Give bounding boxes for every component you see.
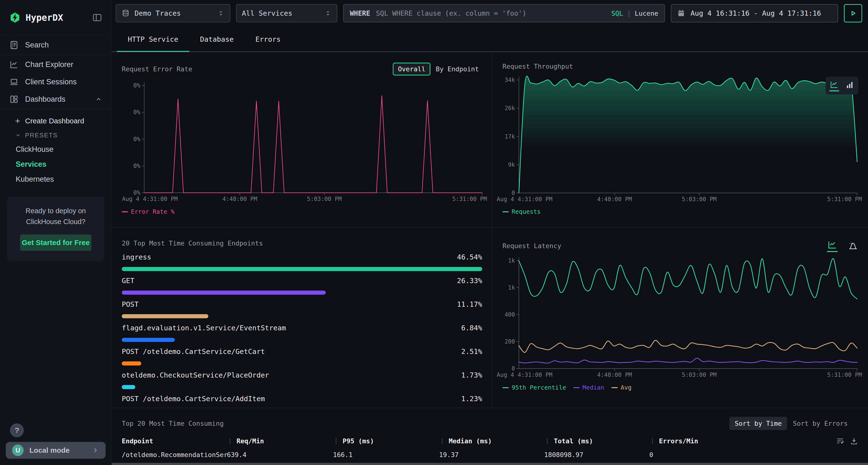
create-dashboard-button[interactable]: Create Dashboard [0, 113, 112, 128]
legend-label: Error Rate % [131, 208, 175, 215]
sidebar-item-label: Search [25, 41, 49, 49]
column-header-label: P95 (ms) [343, 437, 374, 445]
horizontal-scrollbar[interactable] [112, 463, 868, 465]
sort-by-errors-button[interactable]: Sort by Errors [788, 417, 852, 430]
wrap-lines-icon[interactable] [836, 437, 844, 445]
table-header-icons [836, 437, 858, 445]
by-endpoint-button[interactable]: By Endpoint [432, 63, 482, 75]
sidebar-item-label: Client Sessions [25, 77, 77, 86]
time-range-text: Aug 4 16:31:16 - Aug 4 17:31:16 [690, 9, 821, 18]
source-select[interactable]: Demo Traces [116, 4, 230, 23]
panel-title: Request Throughput [502, 63, 573, 70]
download-icon[interactable] [850, 437, 858, 445]
hyperdx-logo-icon [9, 12, 21, 23]
topbar: Demo Traces All Services WHERE SQL | Luc… [112, 0, 868, 27]
sidebar-item-client-sessions[interactable]: Client Sessions [0, 73, 112, 91]
sidebar-item-chart-explorer[interactable]: Chart Explorer [0, 56, 112, 73]
sidebar-item-clickhouse[interactable]: ClickHouse [0, 142, 112, 157]
y-tick-label: 1k [508, 284, 515, 291]
tab-database[interactable]: Database [189, 27, 245, 52]
y-tick-label: 0% [133, 136, 140, 143]
table-cell-value: 639.4 [227, 451, 246, 459]
endpoint-bar [122, 361, 141, 365]
column-header[interactable]: ⋮Total (ms) [544, 437, 649, 445]
legend-item[interactable]: 95th Percentile [502, 384, 566, 391]
column-header[interactable]: ⋮P95 (ms) [333, 437, 439, 445]
x-tick-label: 5:03:00 PM [682, 196, 717, 203]
bar-chart-icon[interactable] [845, 80, 855, 91]
presets-toggle[interactable]: PRESETS [0, 128, 112, 142]
legend-item[interactable]: Avg [612, 384, 631, 391]
sidebar-item-label: Dashboards [25, 95, 65, 104]
histogram-icon[interactable] [848, 240, 858, 252]
endpoint-row[interactable]: POST /oteldemo.CartService/GetCart2.51% [122, 345, 482, 369]
run-query-button[interactable] [844, 4, 862, 23]
sql-mode-button[interactable]: SQL [611, 10, 623, 17]
get-started-button[interactable]: Get Started for Free [20, 234, 91, 251]
table-cell-value: 0 [649, 451, 653, 459]
legend-item[interactable]: Error Rate % [122, 208, 175, 215]
endpoint-row[interactable]: GET26.33% [122, 275, 482, 298]
table-cell: /oteldemo.RecommendationServ [122, 451, 227, 459]
panel-top-endpoints: 20 Top Most Time Consuming Endpoints ing… [112, 228, 492, 408]
where-input[interactable] [375, 9, 606, 18]
sidebar-item-services[interactable]: Services [0, 157, 112, 172]
plus-icon [14, 117, 21, 125]
endpoint-row[interactable]: oteldemo.CheckoutService/PlaceOrder1.73% [122, 369, 482, 393]
endpoint-percent: 1.73% [461, 371, 482, 379]
brand-title: HyperDX [26, 12, 63, 23]
endpoint-bar [122, 338, 175, 342]
endpoint-row[interactable]: POST11.17% [122, 298, 482, 322]
chart-type-toggle [826, 77, 858, 94]
y-tick-label: 0% [133, 189, 140, 196]
column-drag-handle-icon[interactable]: ⋮ [227, 437, 233, 444]
endpoint-label: POST /oteldemo.CartService/AddItem [122, 395, 265, 403]
table-cell: 639.4 [227, 451, 333, 459]
endpoint-bar [122, 314, 208, 318]
chevron-up-icon[interactable] [95, 96, 102, 103]
legend-item[interactable]: Median [574, 384, 604, 391]
column-drag-handle-icon[interactable]: ⋮ [649, 437, 656, 444]
legend-label: Avg [621, 384, 631, 391]
overall-button[interactable]: Overall [393, 63, 430, 75]
help-button[interactable]: ? [10, 424, 24, 437]
table-row[interactable]: /oteldemo.RecommendationServ639.4166.119… [122, 451, 858, 459]
column-drag-handle-icon[interactable]: ⋮ [544, 437, 551, 444]
column-drag-handle-icon[interactable]: ⋮ [439, 437, 445, 444]
time-range-picker[interactable]: Aug 4 16:31:16 - Aug 4 17:31:16 [671, 4, 838, 23]
where-label: WHERE [350, 9, 370, 18]
endpoint-bar [122, 291, 326, 295]
line-chart-icon[interactable] [830, 80, 839, 91]
sidebar-item-kubernetes[interactable]: Kubernetes [0, 172, 112, 187]
column-header[interactable]: ⋮Errors/Min [649, 437, 836, 445]
line-chart-icon[interactable] [827, 239, 838, 252]
endpoint-row[interactable]: ingress46.54% [122, 251, 482, 275]
y-tick-label: 0 [512, 190, 515, 196]
column-header[interactable]: Endpoint [122, 437, 227, 445]
user-avatar: U [12, 444, 24, 456]
column-header[interactable]: ⋮Median (ms) [439, 437, 544, 445]
lucene-mode-button[interactable]: Lucene [634, 10, 658, 17]
sort-by-time-button[interactable]: Sort by Time [730, 417, 787, 430]
tab-http-service[interactable]: HTTP Service [117, 27, 189, 52]
endpoint-percent: 11.17% [457, 300, 482, 308]
table-cell-value: 1808098.97 [544, 451, 584, 459]
local-mode-pill[interactable]: U Local mode [6, 442, 105, 459]
sidebar-item-dashboards[interactable]: Dashboards [0, 91, 112, 108]
endpoint-row[interactable]: POST /oteldemo.CartService/AddItem1.23% [122, 393, 482, 408]
y-tick-label: 200 [505, 338, 515, 345]
collapse-sidebar-icon[interactable] [92, 12, 102, 23]
endpoint-row[interactable]: flagd.evaluation.v1.Service/EventStream6… [122, 322, 482, 345]
presets-label: PRESETS [25, 132, 58, 139]
legend-dash [502, 387, 509, 388]
legend-item[interactable]: Requests [502, 208, 540, 215]
y-tick-label: 0% [133, 163, 140, 169]
x-tick-label: Aug 4 4:31:00 PM [497, 196, 552, 203]
column-drag-handle-icon[interactable]: ⋮ [333, 437, 339, 444]
x-tick-label: Aug 4 4:31:00 PM [497, 371, 552, 378]
service-select[interactable]: All Services [236, 4, 337, 23]
sidebar-item-search[interactable]: Search [0, 36, 112, 54]
promo-card: Ready to deploy on ClickHouse Cloud? Get… [7, 197, 104, 261]
tab-errors[interactable]: Errors [245, 27, 291, 52]
column-header[interactable]: ⋮Req/Min [227, 437, 333, 445]
